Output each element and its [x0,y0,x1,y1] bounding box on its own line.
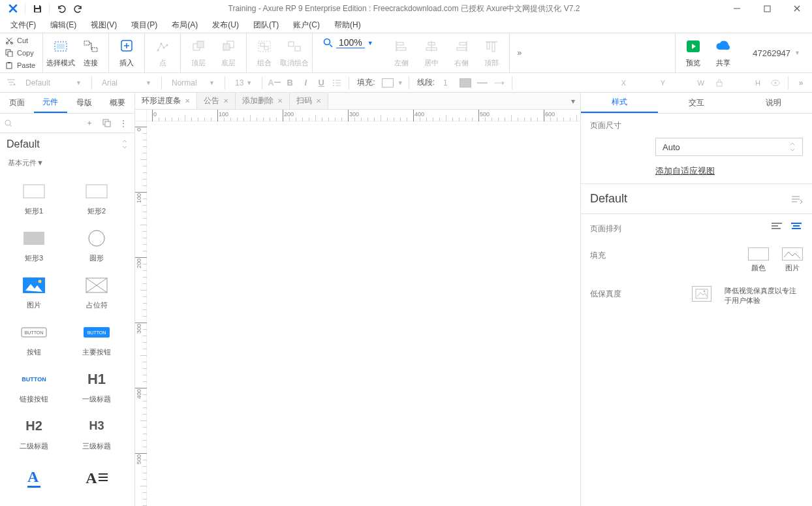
add-adaptive-view-link[interactable]: 添加自适应视图 [655,165,803,177]
widget-btn-outline[interactable]: BUTTON按钮 [3,315,65,362]
line-width-input[interactable]: 1 [440,76,456,90]
fill-image-button[interactable]: 图片 [782,247,803,273]
menu-help[interactable]: 帮助(H) [328,18,367,32]
widget-rect-outline[interactable]: 矩形2 [65,174,128,221]
share-button[interactable]: 共享 [708,37,738,68]
underline-button[interactable]: U [315,76,328,89]
widget-image[interactable]: 图片 [3,268,65,315]
menu-file[interactable]: 文件(F) [4,18,42,32]
zoom-value[interactable]: 100% [336,37,365,48]
doc-tab[interactable]: 环形进度条✕ [135,93,197,109]
text-color-button[interactable]: A [268,76,281,89]
send-back-button[interactable]: 底层 [213,37,243,68]
page-align-left-button[interactable] [772,221,785,231]
close-button[interactable] [782,0,812,17]
widget-h2[interactable]: H2二级标题 [3,409,65,456]
widget-h3[interactable]: H3三级标题 [65,409,128,456]
arrow-style-button[interactable] [493,77,505,89]
cut-button[interactable]: Cut [0,37,42,44]
copy-button[interactable]: Copy [0,49,42,57]
page-size-select[interactable]: Auto [655,138,803,156]
lofi-toggle-button[interactable] [692,286,711,302]
doc-tab[interactable]: 扫码✕ [290,93,328,109]
align-center-button[interactable]: 居中 [416,37,446,68]
doc-tab[interactable]: 公告✕ [197,93,236,109]
fill-color-swatch[interactable] [382,78,394,87]
account-button[interactable]: 47262947▼ [741,33,812,72]
add-lib-button[interactable]: ＋ [84,118,95,129]
minimize-button[interactable] [722,0,752,17]
paste-button[interactable]: Paste [0,61,42,69]
widget-btn-link[interactable]: BUTTON链接按钮 [3,362,65,409]
stylebar-more-icon[interactable]: » [795,77,807,89]
widget-h1[interactable]: H1一级标题 [65,362,128,409]
menu-view[interactable]: 视图(V) [84,18,123,32]
lib-menu-button[interactable]: ⋮ [117,118,129,129]
doc-tab[interactable]: 添加删除✕ [236,93,290,109]
font-size-select[interactable]: 13▼ [230,76,257,90]
left-tab-widgets[interactable]: 元件 [34,93,68,113]
left-tab-masters[interactable]: 母版 [67,93,101,113]
preview-button[interactable]: 预览 [678,37,708,68]
duplicate-lib-button[interactable] [101,118,112,129]
page-align-center-button[interactable] [790,221,803,231]
widget-a-blue[interactable]: A [3,456,65,503]
lock-icon[interactable] [713,77,725,89]
menu-edit[interactable]: 编辑(E) [44,18,83,32]
italic-button[interactable]: I [299,76,312,89]
right-tab-notes[interactable]: 说明 [735,93,812,113]
font-weight-select[interactable]: Normal▼ [167,76,219,90]
group-button[interactable]: 组合 [249,37,279,68]
connect-button[interactable]: 连接 [76,37,106,68]
right-tab-style[interactable]: 样式 [581,93,658,113]
point-button[interactable]: 点 [148,37,178,68]
close-tab-icon[interactable]: ✕ [277,97,283,104]
bold-button[interactable]: B [283,76,296,89]
style-preset-select[interactable]: Default▼ [21,76,86,90]
library-category[interactable]: 基本元件▼ [0,155,134,170]
redo-icon[interactable] [70,1,86,16]
right-tab-interaction[interactable]: 交互 [658,93,735,113]
align-left-button[interactable]: 左侧 [386,37,416,68]
menu-publish[interactable]: 发布(U) [206,18,245,32]
widget-a-para[interactable]: A [65,456,128,503]
left-tab-outline[interactable]: 概要 [101,93,135,113]
insert-button[interactable]: 插入 [112,37,142,68]
widget-rect-outline[interactable]: 矩形1 [3,174,65,221]
svg-rect-38 [457,48,466,50]
align-right-button[interactable]: 右侧 [446,37,476,68]
list-button[interactable] [330,76,343,89]
widget-rect-fill[interactable]: 矩形3 [3,221,65,268]
widget-search-input[interactable] [4,119,80,128]
library-select[interactable]: Default [0,133,134,155]
visibility-icon[interactable] [770,77,781,89]
svg-rect-25 [264,46,268,50]
ungroup-button[interactable]: 取消组合 [279,37,309,68]
widget-btn-fill[interactable]: BUTTON主要按钮 [65,315,128,362]
fill-color-button[interactable]: 颜色 [748,247,769,273]
font-family-select[interactable]: Arial▼ [97,76,156,90]
close-tab-icon[interactable]: ✕ [185,97,190,104]
zoom-control[interactable]: 100% ▼ [315,37,381,48]
widget-placeholder[interactable]: 占位符 [65,268,128,315]
save-icon[interactable] [29,1,45,16]
widget-circle[interactable]: 圆形 [65,221,128,268]
line-color-swatch[interactable] [460,78,471,87]
menu-team[interactable]: 团队(T) [247,18,285,32]
bring-front-button[interactable]: 顶层 [183,37,213,68]
select-mode-button[interactable]: 选择模式 [46,37,76,68]
doc-tabs-more[interactable]: ▾ [566,97,580,106]
align-top-button[interactable]: 顶部 [476,37,507,68]
line-style-button[interactable] [476,77,488,89]
menu-project[interactable]: 项目(P) [125,18,164,32]
maximize-button[interactable] [752,0,782,17]
close-tab-icon[interactable]: ✕ [316,97,321,104]
menu-layout[interactable]: 布局(A) [165,18,204,32]
style-filter-icon[interactable] [5,77,17,89]
left-tab-pages[interactable]: 页面 [0,93,34,113]
close-tab-icon[interactable]: ✕ [223,97,228,104]
menu-account[interactable]: 账户(C) [287,18,326,32]
undo-icon[interactable] [54,1,69,16]
edit-style-icon[interactable] [791,195,803,204]
ribbon-more-icon[interactable]: » [510,33,529,72]
